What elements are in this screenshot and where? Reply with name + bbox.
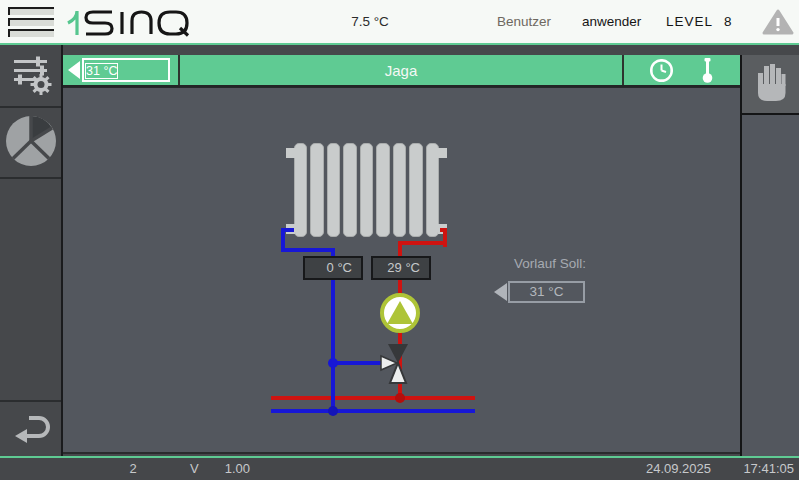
thermometer-icon xyxy=(700,57,715,84)
isinq-logo xyxy=(66,8,201,42)
return-temperature-display: 0 °C xyxy=(303,256,363,280)
supply-pipe-horizontal xyxy=(271,396,475,400)
settings-button[interactable] xyxy=(0,46,61,108)
supply-pipe xyxy=(398,241,447,245)
temperature-settings-button[interactable] xyxy=(700,57,715,84)
radiator-graphic xyxy=(294,143,439,237)
level-label: LEVEL xyxy=(666,0,713,43)
pie-chart-icon xyxy=(4,114,58,172)
pipe-junction xyxy=(328,358,338,368)
sidebar xyxy=(0,45,63,456)
return-pipe xyxy=(281,248,335,252)
statusbar: 2 V1.00 24.09.2025 17:41:05 xyxy=(0,458,799,480)
clock-icon xyxy=(649,58,674,83)
topbar: 7.5 °C Benutzer anwender LEVEL 8 xyxy=(0,0,799,43)
back-button[interactable] xyxy=(0,400,61,456)
valve-branch-pipe xyxy=(331,361,383,365)
radiator-tab xyxy=(438,148,447,158)
hand-icon xyxy=(753,61,789,107)
user-value[interactable]: anwender xyxy=(582,0,641,43)
mixing-valve-icon[interactable] xyxy=(380,343,418,391)
manual-mode-button[interactable] xyxy=(740,55,799,115)
setpoint-arrow-icon xyxy=(494,283,507,301)
header-icon-group xyxy=(622,55,740,85)
pipe-junction xyxy=(328,406,338,416)
left-arrow-icon xyxy=(68,61,80,79)
header-temperature-value: 31 °C xyxy=(85,63,118,79)
settings-sliders-icon xyxy=(10,52,52,100)
header-back-control[interactable]: 31 °C xyxy=(63,55,180,85)
hmi-window: 7.5 °C Benutzer anwender LEVEL 8 xyxy=(0,0,799,480)
flow-temperature-display: 29 °C xyxy=(371,256,431,280)
heating-circuit-diagram: 0 °C 29 °C Vorlauf Soll: 31 °C xyxy=(63,87,740,454)
page-header: 31 °C Jaga xyxy=(63,55,740,87)
statistics-button[interactable] xyxy=(0,108,61,179)
time-display: 17:41:05 xyxy=(743,461,794,476)
hamburger-menu-icon[interactable] xyxy=(8,7,56,39)
user-label: Benutzer xyxy=(497,0,551,43)
right-panel xyxy=(740,55,799,456)
warning-icon[interactable] xyxy=(762,9,794,35)
version-label: V xyxy=(190,461,199,476)
level-value: 8 xyxy=(724,0,732,43)
firmware-version: V1.00 xyxy=(190,461,250,476)
return-pipe-horizontal xyxy=(271,409,475,413)
schedule-button[interactable] xyxy=(649,58,674,83)
version-value: 1.00 xyxy=(225,461,250,476)
pipe-junction xyxy=(395,393,405,403)
date-display: 24.09.2025 xyxy=(646,461,711,476)
pump-icon[interactable] xyxy=(380,293,420,333)
outdoor-temperature: 7.5 °C xyxy=(330,0,410,43)
radiator-tab xyxy=(286,148,295,158)
page-title: Jaga xyxy=(180,55,622,85)
return-arrow-icon xyxy=(9,405,53,453)
header-temperature-box: 31 °C xyxy=(82,58,170,82)
setpoint-input[interactable]: 31 °C xyxy=(508,281,585,303)
top-accent-line xyxy=(0,43,799,45)
setpoint-label: Vorlauf Soll: xyxy=(485,256,615,271)
screen-number: 2 xyxy=(118,461,148,476)
